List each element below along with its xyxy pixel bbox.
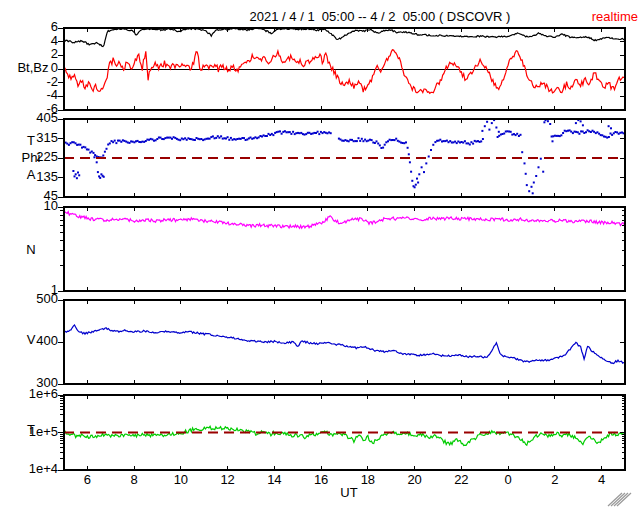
phi-scatter-dot — [182, 138, 184, 140]
phi-scatter-dot — [104, 151, 106, 153]
phi-scatter-dot — [79, 144, 81, 146]
phi-scatter-dot — [146, 139, 148, 141]
v-series-line — [64, 325, 625, 364]
phi-scatter-dot — [218, 137, 220, 139]
phi-scatter-dot — [521, 151, 523, 153]
phi-scatter-dot — [480, 140, 482, 142]
phi-scatter-dot — [538, 166, 540, 168]
phi-scatter-dot — [379, 144, 381, 146]
x-tick-label: 10 — [166, 473, 196, 487]
phi-scatter-dot — [547, 120, 549, 122]
phi-scatter-dot — [200, 138, 202, 140]
phi-scatter-dot — [516, 133, 518, 135]
phi-scatter-dot — [384, 144, 386, 146]
y-tick-label: 405 — [18, 111, 58, 125]
y-tick-label: 10 — [18, 199, 58, 213]
panel-3-frame — [64, 300, 625, 384]
x-tick-label: 6 — [72, 473, 102, 487]
phi-scatter-dot — [409, 161, 411, 163]
phi-scatter-dot — [318, 133, 320, 135]
phi-scatter-dot — [382, 147, 384, 149]
phi-scatter-dot — [482, 138, 484, 140]
phi-scatter-dot — [491, 122, 493, 124]
phi-scatter-dot — [72, 170, 74, 172]
phi-scatter-dot — [415, 184, 417, 186]
phi-scatter-dot — [524, 162, 526, 164]
phi-scatter-dot — [525, 173, 527, 175]
phi-scatter-dot — [414, 186, 416, 188]
phi-scatter-dot — [585, 131, 587, 133]
phi-scatter-dot — [114, 140, 116, 142]
phi-scatter-dot — [115, 142, 117, 144]
phi-scatter-dot — [93, 152, 95, 154]
corner-hatch-icon — [611, 493, 625, 506]
phi-scatter-dot — [543, 121, 545, 123]
phi-scatter-dot — [194, 139, 196, 141]
y-tick-label: 1e+4 — [18, 462, 58, 476]
phi-scatter-dot — [484, 125, 486, 127]
phi-scatter-dot — [520, 134, 522, 136]
phi-scatter-dot — [102, 155, 104, 157]
phi-scatter-dot — [503, 133, 505, 135]
phi-scatter-dot — [488, 129, 490, 131]
panel-1-data — [63, 119, 625, 194]
phi-scatter-dot — [164, 137, 166, 139]
phi-scatter-dot — [266, 135, 268, 137]
panel-4-data — [64, 426, 625, 445]
phi-scatter-dot — [408, 153, 410, 155]
phi-scatter-dot — [575, 122, 577, 124]
phi-scatter-dot — [405, 141, 407, 143]
phi-scatter-dot — [99, 177, 101, 179]
phi-scatter-dot — [540, 158, 542, 160]
phi-scatter-dot — [610, 127, 612, 129]
phi-scatter-dot — [97, 171, 99, 173]
phi-scatter-dot — [376, 140, 378, 142]
plot-title: 2021 / 4 / 1 05:00 -- 4 / 2 05:00 ( DSCO… — [120, 10, 640, 24]
phi-scatter-dot — [578, 133, 580, 135]
phi-scatter-dot — [74, 175, 76, 177]
phi-scatter-dot — [227, 136, 229, 138]
phi-scatter-dot — [533, 182, 535, 184]
n-series-line — [64, 212, 625, 229]
phi-scatter-dot — [220, 135, 222, 137]
panel-label-density: N — [8, 243, 54, 257]
x-tick-label: 12 — [213, 473, 243, 487]
phi-scatter-dot — [562, 132, 564, 134]
x-axis-title: UT — [334, 486, 364, 500]
phi-scatter-dot — [421, 166, 423, 168]
phi-scatter-dot — [330, 132, 332, 134]
x-tick-label: 14 — [259, 473, 289, 487]
phi-scatter-dot — [510, 131, 512, 133]
bz-series-line — [64, 50, 625, 94]
x-tick-label: 8 — [119, 473, 149, 487]
phi-scatter-dot — [77, 172, 79, 174]
phi-scatter-dot — [292, 131, 294, 133]
phi-scatter-dot — [281, 133, 283, 135]
phi-scatter-dot — [289, 131, 291, 133]
phi-scatter-dot — [481, 130, 483, 132]
phi-scatter-dot — [65, 142, 67, 144]
phi-scatter-dot — [106, 148, 108, 150]
phi-scatter-dot — [377, 143, 379, 145]
phi-scatter-dot — [495, 127, 497, 129]
realtime-badge: realtime — [592, 10, 638, 24]
phi-scatter-dot — [395, 138, 397, 140]
phi-scatter-dot — [418, 173, 420, 175]
phi-scatter-dot — [526, 184, 528, 186]
x-tick-label: 4 — [587, 473, 617, 487]
phi-scatter-dot — [75, 173, 77, 175]
y-tick-label: 400 — [18, 334, 58, 348]
panel-0-data — [64, 28, 625, 94]
phi-scatter-dot — [425, 162, 427, 164]
t-series-line — [64, 426, 625, 445]
phi-scatter-dot — [531, 186, 533, 188]
phi-scatter-dot — [212, 135, 214, 137]
phi-scatter-dot — [542, 171, 544, 173]
phi-scatter-dot — [78, 174, 80, 176]
phi-scatter-dot — [464, 140, 466, 142]
y-tick-label: 1e+5 — [18, 425, 58, 439]
phi-scatter-dot — [423, 171, 425, 173]
phi-scatter-dot — [230, 137, 232, 139]
phi-scatter-dot — [552, 140, 554, 142]
phi-scatter-dot — [103, 176, 105, 178]
